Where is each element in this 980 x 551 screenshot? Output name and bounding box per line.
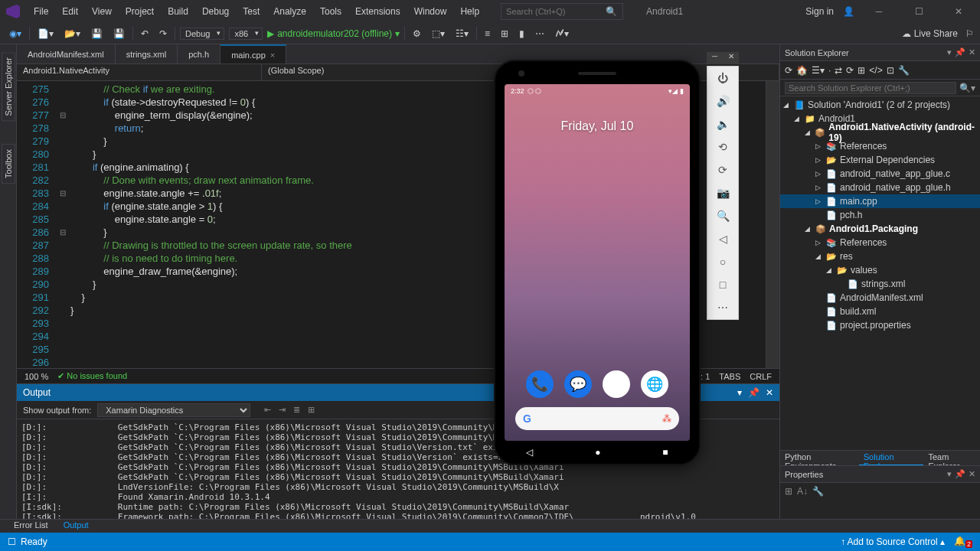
wrench-icon[interactable]: 🔧 [898,65,910,76]
menu-debug[interactable]: Debug [196,3,235,20]
dock-app-icon[interactable]: 💬 [564,370,592,398]
bottom-tab-error-list[interactable]: Error List [6,520,56,533]
live-share-button[interactable]: ☁ Live Share [902,28,958,39]
menu-test[interactable]: Test [237,3,266,20]
emulator-minimize-icon[interactable]: ─ [707,52,723,64]
tree-node[interactable]: ◢📦Android1.Packaging [780,222,980,236]
side-tab-python-environments[interactable]: Python Environments [780,451,859,465]
menu-analyze[interactable]: Analyze [267,3,312,20]
output-close-icon[interactable]: ✕ [766,387,773,398]
zoom-icon[interactable]: 🔍 [707,204,738,227]
tool-icon[interactable]: 🗲▾ [552,27,572,41]
new-item-button[interactable]: 📄▾ [34,27,57,41]
camera-icon[interactable]: 📷 [707,181,738,204]
nav-back-icon[interactable]: ◁ [526,447,533,458]
tool-icon[interactable]: ≡ [482,27,493,41]
back-icon[interactable]: ◁ [707,227,738,250]
redo-button[interactable]: ↷ [156,27,170,41]
show-icon[interactable]: ⊞ [858,65,865,76]
menu-tools[interactable]: Tools [314,3,348,20]
bottom-tab-output[interactable]: Output [56,520,96,533]
quick-search-input[interactable] [506,7,606,16]
undo-button[interactable]: ↶ [138,27,152,41]
tree-node[interactable]: ◢📂values [780,263,980,277]
emulator-title-bar[interactable]: ─ ✕ [707,52,739,64]
save-button[interactable]: 💾 [88,27,106,41]
open-button[interactable]: 📂▾ [61,27,83,41]
tab-AndroidManifest-xml[interactable]: AndroidManifest.xml [17,44,116,64]
solution-root[interactable]: ◢📘Solution 'Android1' (2 of 2 projects) [780,98,980,112]
tree-node[interactable]: ▷📄android_native_app_glue.h [780,181,980,194]
menu-build[interactable]: Build [162,3,194,20]
dropdown-icon[interactable]: ▾ [947,47,952,57]
sync-icon[interactable]: ⇄ [835,65,842,76]
tree-node[interactable]: 📄strings.xml [780,277,980,291]
pin-icon[interactable]: 📌 [955,47,965,57]
collapse-icon[interactable]: ☰▾ [812,65,825,76]
back-button[interactable]: ◉▾ [6,27,24,41]
emulator-close-icon[interactable]: ✕ [723,52,739,64]
home-icon[interactable]: 🏠 [796,65,808,76]
tool-icon[interactable]: ⚙ [410,27,424,41]
maximize-button[interactable]: ☐ [903,1,934,22]
home-icon[interactable]: ○ [707,250,738,273]
nav-home-icon[interactable]: ● [595,447,600,458]
close-icon[interactable]: ✕ [969,469,975,479]
sign-in-link[interactable]: Sign in [805,6,834,17]
solution-tree[interactable]: ◢📘Solution 'Android1' (2 of 2 projects) … [780,96,980,450]
tree-node[interactable]: ▷📂External Dependencies [780,153,980,167]
tree-node[interactable]: ◢📂res [780,249,980,263]
run-button[interactable]: ▶ androidemulator202 (offline) ▾ [267,28,400,39]
dock-app-icon[interactable]: 🌐 [641,370,668,398]
overview-icon[interactable]: □ [707,273,738,296]
menu-project[interactable]: Project [119,3,160,20]
source-control-button[interactable]: ↑ Add to Source Control ▴ [841,536,945,547]
dropdown-icon[interactable]: ▾ [947,469,952,479]
notification-bell[interactable]: 🔔2 [954,536,972,548]
google-search-bar[interactable]: G ⁂ [515,407,679,430]
close-button[interactable]: ✕ [943,1,974,22]
save-all-button[interactable]: 💾 [110,27,128,41]
menu-extensions[interactable]: Extensions [349,3,407,20]
tool-icon[interactable]: ⊞ [498,27,511,41]
pin-icon[interactable]: 📌 [955,469,965,479]
tab-main-cpp[interactable]: main.cpp× [220,44,286,64]
emulator-screen[interactable]: 2:32 ⬡ ⬡ ▾◢ ▮ Friday, Jul 10 📞💬▶🌐 G ⁂ [505,84,690,441]
zoom-level[interactable]: 100 % [24,372,48,381]
next-icon[interactable]: ⇥ [279,405,286,415]
output-source-select[interactable]: Xamarin Diagnostics [97,403,250,417]
menu-edit[interactable]: Edit [56,3,84,20]
tree-node[interactable]: ▷📚References [780,236,980,249]
tool-icon[interactable]: ⬚▾ [429,27,448,41]
prev-icon[interactable]: ⇤ [264,405,271,415]
rotate-left-icon[interactable]: ⟲ [707,135,738,158]
side-tab-team-explorer[interactable]: Team Explorer [923,451,980,465]
menu-window[interactable]: Window [408,3,453,20]
close-icon[interactable]: ✕ [969,47,975,57]
server-explorer-tab[interactable]: Server Explorer [2,52,15,121]
wrap-icon[interactable]: ⊞ [308,405,315,415]
code-icon[interactable]: </> [869,65,882,76]
tree-node[interactable]: ◢📦Android1.NativeActivity (android-19) [780,126,980,139]
menu-help[interactable]: Help [454,3,485,20]
user-icon[interactable]: 👤 [843,6,854,17]
alpha-icon[interactable]: A↓ [797,486,808,497]
android-emulator-window[interactable]: ─ ✕ ⏻ 🔊 🔈 ⟲ ⟳ 📷 🔍 ◁ ○ □ ⋯ 2:32 ⬡ ⬡ ▾◢ ▮ … [494,52,739,465]
wrench-icon[interactable]: 🔧 [812,486,824,497]
tree-node[interactable]: 📄pch.h [780,208,980,222]
nav-overview-icon[interactable]: ■ [662,447,668,458]
clear-icon[interactable]: ≣ [293,405,300,415]
tab-pch-h[interactable]: pch.h [178,44,220,64]
menu-view[interactable]: View [86,3,118,20]
props-icon[interactable]: ⊡ [887,65,894,76]
menu-file[interactable]: File [28,3,54,20]
home-icon[interactable]: ⟳ [785,65,792,76]
categorize-icon[interactable]: ⊞ [785,486,792,497]
tab-strings-xml[interactable]: strings.xml [116,44,178,64]
quick-search[interactable]: 🔍 [501,3,623,20]
tool-icon[interactable]: ⋯ [532,27,547,41]
tree-node[interactable]: 📄project.properties [780,318,980,332]
power-icon[interactable]: ⏻ [707,67,738,90]
scope-project[interactable]: Android1.NativeActivity [17,64,262,80]
tree-node[interactable]: ▷📄main.cpp [780,194,980,208]
